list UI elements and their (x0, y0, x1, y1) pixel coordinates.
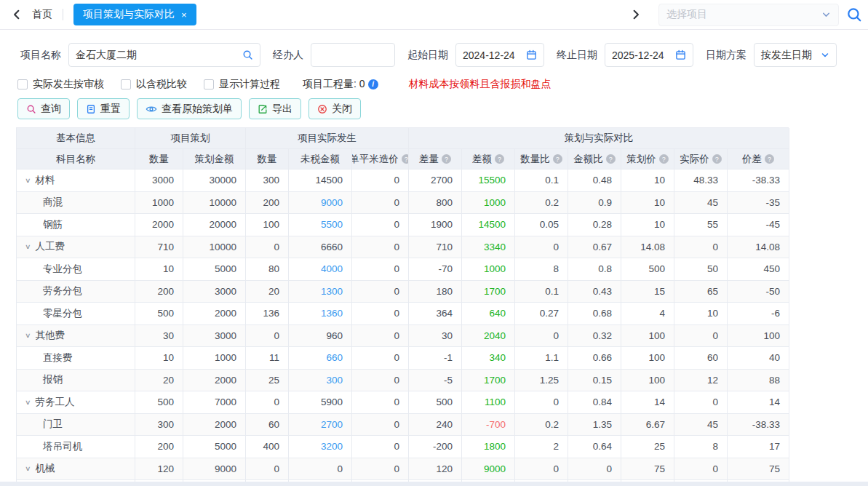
cell-plan_qty: 120 (135, 458, 183, 481)
cell-actual_qty: 0 (246, 325, 289, 348)
plan_qty-value: 200 (157, 441, 174, 452)
cell-qty_ratio: 0 (515, 458, 568, 481)
per_sqm_cost-value: 0 (394, 463, 399, 474)
cell-plan_amount: 2000 (183, 414, 246, 437)
start-date-field[interactable] (455, 43, 544, 67)
calendar-icon[interactable] (675, 49, 686, 60)
options-row: 实际发生按审核 以含税比较 显示计算过程 项目工程量: 0 i 材料成本按领料且… (17, 77, 868, 91)
table-column-header: 策划金额 (183, 149, 246, 170)
close-button[interactable]: 关闭 (308, 98, 361, 119)
checkbox-actual-by-audit[interactable]: 实际发生按审核 (17, 78, 104, 91)
info-icon[interactable]: i (368, 79, 378, 89)
untaxed_amount-value[interactable]: 4000 (321, 263, 343, 274)
collapse-chevron-icon[interactable]: ∨ (25, 177, 31, 184)
table-group-header: 基本信息 (17, 128, 135, 149)
untaxed_amount-value[interactable]: 5500 (321, 219, 343, 230)
checkbox-icon[interactable] (17, 79, 28, 89)
collapse-chevron-icon[interactable]: ∨ (25, 332, 31, 339)
help-icon[interactable]: ? (495, 154, 504, 164)
column-label: 数量 (149, 153, 169, 166)
help-icon[interactable]: ? (606, 154, 616, 164)
untaxed_amount-value[interactable]: 660 (326, 352, 343, 363)
project-name-field[interactable] (68, 43, 260, 67)
amount_ratio-value: 0.67 (593, 242, 612, 252)
help-icon[interactable]: ? (553, 154, 562, 164)
collapse-chevron-icon[interactable]: ∨ (25, 399, 31, 406)
help-icon[interactable]: ? (402, 154, 409, 164)
column-label: 差量 (419, 153, 439, 166)
cell-qty_ratio: 0 (515, 391, 568, 414)
table-group-header: 策划与实际对比 (409, 128, 789, 149)
cell-qty_ratio: 1.25 (515, 370, 568, 392)
collapse-chevron-icon[interactable]: ∨ (25, 243, 31, 250)
tab-active-project-comparison[interactable]: 项目策划与实际对比 × (73, 4, 196, 25)
calendar-icon[interactable] (526, 49, 537, 60)
help-icon[interactable]: ? (442, 154, 451, 164)
actual_price-value: 0 (712, 242, 718, 252)
help-icon[interactable]: ? (712, 154, 722, 164)
tab-divider (63, 9, 63, 20)
amount_ratio-value: 0.84 (593, 397, 612, 407)
untaxed_amount-value[interactable]: 300 (326, 375, 343, 386)
qty_ratio-value: 0.27 (540, 308, 559, 319)
date-scheme-select[interactable]: 按发生日期 (754, 43, 837, 67)
plan_amount-value: 9000 (215, 463, 236, 474)
help-icon[interactable]: ? (765, 154, 774, 164)
search-icon[interactable] (242, 49, 253, 60)
end-date-input[interactable] (612, 49, 671, 61)
checkbox-compare-with-tax[interactable]: 以含税比较 (121, 78, 187, 91)
date-scheme-label: 日期方案 (706, 49, 746, 62)
cell-actual_qty: 300 (246, 170, 289, 192)
help-icon[interactable]: ? (659, 154, 669, 164)
cell-per_sqm_cost: 0 (352, 414, 409, 437)
cell-diff_amount: 3340 (462, 236, 515, 259)
cell-untaxed_amount: 2700 (289, 414, 352, 437)
cell-price_diff: 14.08 (728, 236, 789, 259)
handler-input[interactable] (318, 49, 388, 61)
export-button[interactable]: 导出 (249, 98, 301, 119)
project-name-input[interactable] (76, 49, 238, 61)
tabs-scroll-left-icon[interactable] (7, 5, 26, 24)
checkbox-icon[interactable] (204, 79, 214, 89)
cell-qty_ratio: 8 (515, 258, 568, 281)
cell-actual_price: 55 (674, 214, 728, 236)
global-search-icon[interactable] (846, 7, 862, 23)
project-select[interactable]: 选择项目 (658, 4, 839, 26)
start-date-input[interactable] (463, 49, 522, 61)
table-column-header: 数量 (246, 149, 289, 170)
handler-field[interactable] (311, 43, 395, 67)
actual_price-value: 48.33 (693, 175, 718, 186)
checkbox-icon[interactable] (121, 79, 131, 89)
untaxed_amount-value[interactable]: 1360 (321, 308, 343, 319)
tab-close-icon[interactable]: × (181, 10, 187, 20)
plan_price-value: 6.67 (646, 419, 665, 430)
per_sqm_cost-value: 0 (394, 197, 399, 208)
amount_ratio-value: 0 (606, 463, 612, 474)
untaxed_amount-value[interactable]: 1300 (321, 286, 343, 297)
untaxed_amount-value[interactable]: 9000 (321, 197, 343, 208)
actual_qty-value: 300 (263, 175, 279, 186)
untaxed_amount-value[interactable]: 3200 (321, 441, 343, 452)
checkbox-show-calculation[interactable]: 显示计算过程 (204, 78, 280, 91)
cell-actual_qty: 136 (246, 303, 289, 325)
cell-untaxed_amount: 5900 (289, 391, 352, 414)
reset-button[interactable]: 重置 (77, 98, 130, 119)
query-button[interactable]: 查询 (17, 98, 70, 119)
horizontal-scrollbar[interactable] (0, 482, 868, 486)
per_sqm_cost-value: 0 (394, 419, 399, 430)
actual_price-value: 0 (712, 463, 718, 474)
end-date-field[interactable] (605, 43, 693, 67)
diff_qty-value: -1 (444, 352, 453, 363)
tab-home[interactable]: 首页 (26, 8, 63, 21)
checkbox-label: 以含税比较 (136, 78, 187, 91)
tabs-scroll-right-icon[interactable] (626, 5, 645, 24)
cell-plan_amount: 1000 (183, 347, 246, 370)
price_diff-value: 40 (769, 352, 780, 363)
untaxed_amount-value[interactable]: 2700 (321, 419, 343, 430)
actual_qty-value: 136 (263, 308, 279, 319)
view-original-plan-button[interactable]: 查看原始策划单 (137, 98, 242, 119)
diff_qty-value: 1900 (431, 219, 453, 230)
cell-per_sqm_cost: 0 (352, 236, 409, 259)
cell-price_diff: 100 (728, 325, 789, 348)
collapse-chevron-icon[interactable]: ∨ (25, 465, 31, 472)
